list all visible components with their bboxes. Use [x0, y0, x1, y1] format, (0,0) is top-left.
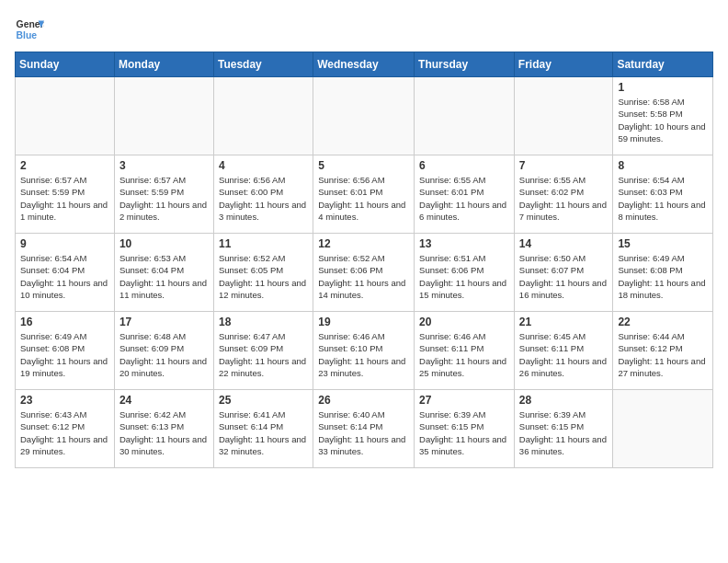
- day-info: Sunrise: 6:43 AM Sunset: 6:12 PM Dayligh…: [20, 408, 109, 457]
- calendar-week-row: 9Sunrise: 6:54 AM Sunset: 6:04 PM Daylig…: [16, 234, 713, 312]
- day-number: 5: [318, 159, 409, 172]
- day-info: Sunrise: 6:54 AM Sunset: 6:03 PM Dayligh…: [618, 174, 708, 223]
- calendar-day-cell: 26Sunrise: 6:40 AM Sunset: 6:14 PM Dayli…: [313, 390, 415, 468]
- day-info: Sunrise: 6:39 AM Sunset: 6:15 PM Dayligh…: [419, 408, 509, 457]
- calendar-day-cell: [114, 77, 213, 155]
- day-info: Sunrise: 6:52 AM Sunset: 6:06 PM Dayligh…: [318, 252, 409, 301]
- weekday-header-wednesday: Wednesday: [313, 52, 415, 77]
- calendar-day-cell: 1Sunrise: 6:58 AM Sunset: 5:58 PM Daylig…: [613, 77, 713, 155]
- day-number: 16: [20, 316, 109, 328]
- day-info: Sunrise: 6:40 AM Sunset: 6:14 PM Dayligh…: [318, 408, 409, 457]
- weekday-header-saturday: Saturday: [613, 52, 713, 77]
- calendar-day-cell: 2Sunrise: 6:57 AM Sunset: 5:59 PM Daylig…: [16, 155, 115, 234]
- day-number: 3: [119, 159, 209, 172]
- weekday-header-monday: Monday: [114, 52, 213, 77]
- calendar-day-cell: 6Sunrise: 6:55 AM Sunset: 6:01 PM Daylig…: [415, 155, 515, 234]
- weekday-header-sunday: Sunday: [16, 52, 115, 77]
- day-info: Sunrise: 6:54 AM Sunset: 6:04 PM Dayligh…: [20, 252, 109, 301]
- day-number: 10: [119, 237, 209, 250]
- calendar-day-cell: 14Sunrise: 6:50 AM Sunset: 6:07 PM Dayli…: [514, 234, 613, 312]
- svg-text:Blue: Blue: [17, 30, 38, 40]
- calendar-day-cell: [213, 77, 313, 155]
- calendar-day-cell: 27Sunrise: 6:39 AM Sunset: 6:15 PM Dayli…: [415, 390, 515, 468]
- day-number: 23: [20, 394, 109, 407]
- calendar-week-row: 16Sunrise: 6:49 AM Sunset: 6:08 PM Dayli…: [16, 312, 713, 390]
- calendar-day-cell: [514, 77, 613, 155]
- calendar-day-cell: 24Sunrise: 6:42 AM Sunset: 6:13 PM Dayli…: [114, 390, 213, 468]
- calendar-day-cell: 12Sunrise: 6:52 AM Sunset: 6:06 PM Dayli…: [313, 234, 415, 312]
- calendar-day-cell: 9Sunrise: 6:54 AM Sunset: 6:04 PM Daylig…: [16, 234, 115, 312]
- calendar-day-cell: 4Sunrise: 6:56 AM Sunset: 6:00 PM Daylig…: [213, 155, 313, 234]
- calendar-day-cell: 13Sunrise: 6:51 AM Sunset: 6:06 PM Dayli…: [415, 234, 515, 312]
- day-number: 2: [20, 159, 109, 172]
- page-header: General Blue: [15, 15, 713, 44]
- day-info: Sunrise: 6:44 AM Sunset: 6:12 PM Dayligh…: [618, 330, 708, 379]
- day-number: 7: [519, 159, 609, 172]
- day-number: 12: [318, 237, 409, 250]
- logo-icon: General Blue: [15, 15, 44, 44]
- calendar-table: SundayMondayTuesdayWednesdayThursdayFrid…: [15, 52, 713, 468]
- day-info: Sunrise: 6:57 AM Sunset: 5:59 PM Dayligh…: [119, 174, 209, 223]
- calendar-day-cell: 5Sunrise: 6:56 AM Sunset: 6:01 PM Daylig…: [313, 155, 415, 234]
- day-info: Sunrise: 6:55 AM Sunset: 6:02 PM Dayligh…: [519, 174, 609, 223]
- weekday-header-thursday: Thursday: [415, 52, 515, 77]
- day-number: 21: [519, 316, 609, 328]
- day-number: 11: [219, 237, 308, 250]
- day-number: 15: [618, 237, 708, 250]
- calendar-day-cell: [313, 77, 415, 155]
- day-info: Sunrise: 6:53 AM Sunset: 6:04 PM Dayligh…: [119, 252, 209, 301]
- calendar-day-cell: 8Sunrise: 6:54 AM Sunset: 6:03 PM Daylig…: [613, 155, 713, 234]
- calendar-week-row: 2Sunrise: 6:57 AM Sunset: 5:59 PM Daylig…: [16, 155, 713, 234]
- calendar-week-row: 1Sunrise: 6:58 AM Sunset: 5:58 PM Daylig…: [16, 77, 713, 155]
- calendar-day-cell: [613, 390, 713, 468]
- calendar-day-cell: [16, 77, 115, 155]
- day-info: Sunrise: 6:50 AM Sunset: 6:07 PM Dayligh…: [519, 252, 609, 301]
- day-info: Sunrise: 6:55 AM Sunset: 6:01 PM Dayligh…: [419, 174, 509, 223]
- day-number: 8: [618, 159, 708, 172]
- day-info: Sunrise: 6:49 AM Sunset: 6:08 PM Dayligh…: [618, 252, 708, 301]
- day-info: Sunrise: 6:42 AM Sunset: 6:13 PM Dayligh…: [119, 408, 209, 457]
- day-info: Sunrise: 6:52 AM Sunset: 6:05 PM Dayligh…: [219, 252, 308, 301]
- logo: General Blue: [15, 15, 44, 44]
- day-number: 6: [419, 159, 509, 172]
- day-number: 9: [20, 237, 109, 250]
- calendar-day-cell: 3Sunrise: 6:57 AM Sunset: 5:59 PM Daylig…: [114, 155, 213, 234]
- calendar-week-row: 23Sunrise: 6:43 AM Sunset: 6:12 PM Dayli…: [16, 390, 713, 468]
- calendar-day-cell: 11Sunrise: 6:52 AM Sunset: 6:05 PM Dayli…: [213, 234, 313, 312]
- day-info: Sunrise: 6:46 AM Sunset: 6:10 PM Dayligh…: [318, 330, 409, 379]
- day-number: 22: [618, 316, 708, 328]
- calendar-day-cell: 22Sunrise: 6:44 AM Sunset: 6:12 PM Dayli…: [613, 312, 713, 390]
- day-number: 13: [419, 237, 509, 250]
- calendar-day-cell: 20Sunrise: 6:46 AM Sunset: 6:11 PM Dayli…: [415, 312, 515, 390]
- calendar-day-cell: 25Sunrise: 6:41 AM Sunset: 6:14 PM Dayli…: [213, 390, 313, 468]
- calendar-day-cell: 17Sunrise: 6:48 AM Sunset: 6:09 PM Dayli…: [114, 312, 213, 390]
- weekday-header-tuesday: Tuesday: [213, 52, 313, 77]
- day-number: 25: [219, 394, 308, 407]
- day-info: Sunrise: 6:46 AM Sunset: 6:11 PM Dayligh…: [419, 330, 509, 379]
- day-info: Sunrise: 6:56 AM Sunset: 6:01 PM Dayligh…: [318, 174, 409, 223]
- calendar-day-cell: 10Sunrise: 6:53 AM Sunset: 6:04 PM Dayli…: [114, 234, 213, 312]
- day-info: Sunrise: 6:41 AM Sunset: 6:14 PM Dayligh…: [219, 408, 308, 457]
- day-info: Sunrise: 6:48 AM Sunset: 6:09 PM Dayligh…: [119, 330, 209, 379]
- day-number: 24: [119, 394, 209, 407]
- day-number: 1: [618, 81, 708, 94]
- day-number: 26: [318, 394, 409, 407]
- calendar-day-cell: 18Sunrise: 6:47 AM Sunset: 6:09 PM Dayli…: [213, 312, 313, 390]
- day-number: 27: [419, 394, 509, 407]
- day-number: 20: [419, 316, 509, 328]
- calendar-day-cell: [415, 77, 515, 155]
- weekday-header-friday: Friday: [514, 52, 613, 77]
- day-info: Sunrise: 6:39 AM Sunset: 6:15 PM Dayligh…: [519, 408, 609, 457]
- day-number: 19: [318, 316, 409, 328]
- calendar-day-cell: 19Sunrise: 6:46 AM Sunset: 6:10 PM Dayli…: [313, 312, 415, 390]
- day-number: 17: [119, 316, 209, 328]
- calendar-day-cell: 7Sunrise: 6:55 AM Sunset: 6:02 PM Daylig…: [514, 155, 613, 234]
- day-number: 4: [219, 159, 308, 172]
- day-number: 18: [219, 316, 308, 328]
- day-info: Sunrise: 6:56 AM Sunset: 6:00 PM Dayligh…: [219, 174, 308, 223]
- day-info: Sunrise: 6:57 AM Sunset: 5:59 PM Dayligh…: [20, 174, 109, 223]
- day-info: Sunrise: 6:58 AM Sunset: 5:58 PM Dayligh…: [618, 96, 708, 144]
- day-info: Sunrise: 6:51 AM Sunset: 6:06 PM Dayligh…: [419, 252, 509, 301]
- day-info: Sunrise: 6:45 AM Sunset: 6:11 PM Dayligh…: [519, 330, 609, 379]
- day-info: Sunrise: 6:47 AM Sunset: 6:09 PM Dayligh…: [219, 330, 308, 379]
